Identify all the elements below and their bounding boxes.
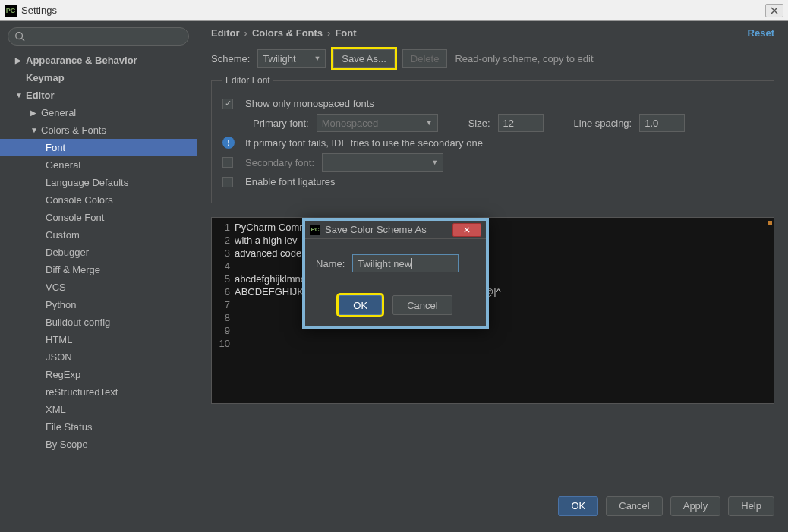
breadcrumb-item: Font [335,27,356,39]
secondary-font-combo[interactable]: ▼ [322,153,443,172]
help-button[interactable]: Help [728,496,774,516]
tree-item[interactable]: Custom [0,226,197,244]
breadcrumb: Editor › Colors & Fonts › Font [211,27,774,39]
sidebar: ▶Appearance & Behavior Keymap ▼Editor ▶G… [0,21,197,483]
content-panel: Editor › Colors & Fonts › Font Reset Sch… [197,21,788,483]
tree-item[interactable]: File Status [0,418,197,436]
save-scheme-dialog: PC Save Color Scheme As Name: Twilight n… [302,218,489,329]
search-input[interactable] [8,27,189,46]
tree-editor[interactable]: ▼Editor [0,87,197,104]
save-as-button[interactable]: Save As... [333,49,395,68]
tree-label: Custom [46,229,80,241]
scheme-value: Twilight [263,53,295,65]
dialog-titlebar: PC Save Color Scheme As [305,221,486,239]
tree-item[interactable]: General [0,156,197,174]
tree-item[interactable]: HTML [0,331,197,348]
tree-label: JSON [46,351,72,363]
tree-font[interactable]: Font [0,139,197,156]
tree-label: Buildout config [46,316,110,328]
preview-text: advanced code e [235,247,310,259]
ligatures-checkbox[interactable] [222,177,233,187]
dialog-close-button[interactable] [452,223,481,237]
chevron-down-icon: ▼ [426,119,433,127]
tree-item[interactable]: Console Colors [0,191,197,209]
tree-label: RegExp [46,369,80,380]
chevron-down-icon: ▼ [314,55,320,62]
dialog-title: Save Color Scheme As [325,224,427,235]
size-input[interactable]: 12 [498,114,544,132]
tree-item[interactable]: Diff & Merge [0,261,197,279]
chevron-right-icon: ▶ [15,56,23,65]
show-mono-checkbox[interactable]: ✓ [222,99,233,109]
chevron-right-icon: ▶ [30,109,38,117]
primary-font-value: Monospaced [322,118,378,129]
spacing-label: Line spacing: [574,118,632,129]
svg-line-1 [22,39,25,42]
tree-colors-fonts[interactable]: ▼Colors & Fonts [0,121,197,139]
editor-font-legend: Editor Font [222,75,273,86]
tree-label: Appearance & Behavior [26,55,137,66]
window-close-button[interactable] [765,4,783,17]
search-icon [14,31,25,42]
window-title: Settings [21,5,765,16]
tree-item[interactable]: XML [0,401,197,418]
tree-item[interactable]: VCS [0,279,197,296]
ligatures-label: Enable font ligatures [245,176,336,187]
scheme-name-input[interactable]: Twilight new [352,254,459,272]
ok-button[interactable]: OK [558,496,598,516]
chevron-down-icon: ▼ [15,91,23,99]
svg-point-0 [16,33,23,39]
tree-label: By Scope [46,439,88,450]
readonly-note: Read-only scheme, copy to edit [455,53,593,65]
close-icon [771,7,778,14]
tree-item[interactable]: By Scope [0,436,197,453]
tree-label: General [41,107,76,118]
breadcrumb-item: Editor [211,27,240,39]
tree-label: Console Font [46,212,104,223]
secondary-font-checkbox[interactable] [222,157,233,168]
tree-label: Colors & Fonts [41,124,106,136]
delete-button[interactable]: Delete [402,49,448,68]
tree-item[interactable]: JSON [0,348,197,366]
tree-item[interactable]: reStructuredText [0,383,197,401]
tree-label: File Status [46,421,92,433]
show-mono-label: Show only monospaced fonts [245,98,374,109]
tree-label: Debugger [46,247,89,258]
caret-icon [411,258,412,269]
tree-label: Editor [26,90,55,101]
tree-item[interactable]: Buildout config [0,313,197,331]
tree-item[interactable]: Debugger [0,244,197,261]
tree-item[interactable]: RegExp [0,366,197,383]
dialog-footer: OK Cancel Apply Help [0,483,788,528]
tree-appearance[interactable]: ▶Appearance & Behavior [0,52,197,69]
tree-label: General [46,159,80,171]
fallback-note: If primary font fails, IDE tries to use … [245,137,483,149]
scheme-combo[interactable]: Twilight ▼ [257,49,326,68]
font-preview: 1PyCharm Communi 2with a high lev 3advan… [211,217,774,404]
close-icon [463,227,471,233]
primary-font-combo[interactable]: Monospaced ▼ [317,114,438,132]
apply-button[interactable]: Apply [670,496,721,516]
tree-keymap[interactable]: Keymap [0,69,197,87]
cancel-button[interactable]: Cancel [606,496,662,516]
spacing-input[interactable]: 1.0 [639,114,685,132]
tree-item[interactable]: Python [0,296,197,313]
dialog-cancel-button[interactable]: Cancel [392,295,452,315]
chevron-down-icon: ▼ [30,126,38,134]
tree-label: Console Colors [46,194,113,206]
dialog-ok-button[interactable]: OK [339,295,382,315]
secondary-font-label: Secondary font: [245,157,314,168]
tree-label: VCS [46,282,66,293]
reset-link[interactable]: Reset [748,27,774,39]
primary-font-label: Primary font: [253,118,309,129]
breadcrumb-sep-icon: › [327,27,330,39]
tree-item[interactable]: Console Font [0,209,197,226]
breadcrumb-sep-icon: › [244,27,247,39]
tree-label: HTML [46,334,72,345]
warning-marker-icon [768,221,772,225]
tree-item[interactable]: Language Defaults [0,174,197,191]
tree-general[interactable]: ▶General [0,104,197,121]
chevron-down-icon: ▼ [431,159,438,166]
tree-label: Python [46,299,76,310]
tree-label: Keymap [26,72,65,83]
